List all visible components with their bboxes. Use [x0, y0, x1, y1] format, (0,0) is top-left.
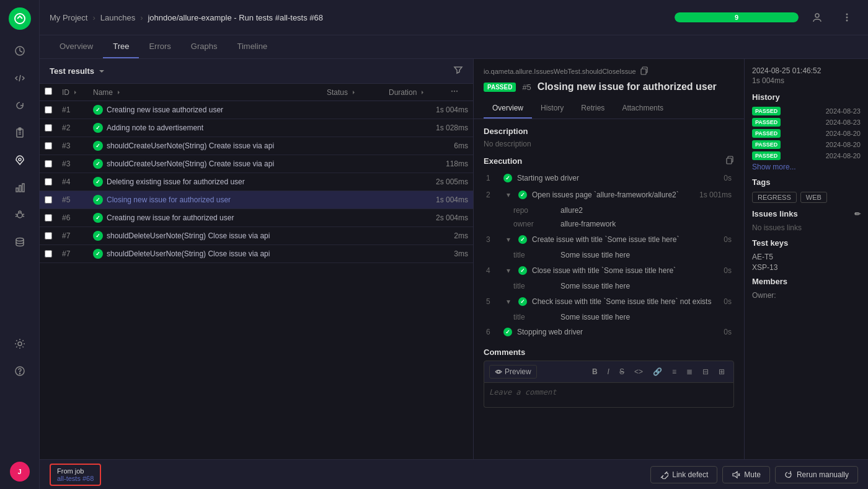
test-duration: 1s 028ms	[406, 123, 468, 132]
breadcrumb-project[interactable]: My Project	[50, 13, 87, 22]
format-strikethrough[interactable]: S	[616, 366, 628, 378]
preview-button[interactable]: Preview	[489, 365, 537, 379]
sidebar-icon-refresh[interactable]	[9, 94, 31, 117]
step-text: Close issue with title `Some issue title…	[532, 266, 719, 275]
step-expand-icon[interactable]: ▾	[503, 190, 513, 200]
comment-input[interactable]: Leave a comment	[484, 383, 734, 408]
sidebar-icon-bug[interactable]	[9, 204, 31, 226]
copy-execution-icon[interactable]	[725, 156, 734, 166]
detail-tab-attachments[interactable]: Attachments	[613, 99, 672, 119]
tab-errors[interactable]: Errors	[139, 35, 180, 58]
format-list-ul[interactable]: ≡	[668, 366, 680, 378]
format-table[interactable]: ⊞	[715, 366, 728, 378]
execution-title: Execution	[484, 156, 734, 166]
history-item: PASSED 2024-08-23	[752, 107, 861, 115]
detail-tab-overview[interactable]: Overview	[484, 99, 532, 119]
rerun-manually-button[interactable]: Rerun manually	[775, 466, 858, 483]
col-name[interactable]: Name	[93, 88, 327, 97]
table-row[interactable]: #5 Closing new issue for authorized user…	[40, 191, 473, 209]
user-avatar[interactable]: J	[10, 462, 30, 482]
format-italic[interactable]: I	[604, 366, 613, 378]
format-indent-less[interactable]: ⊟	[699, 366, 712, 378]
panel-title[interactable]: Test results	[50, 66, 105, 76]
svg-point-23	[846, 20, 848, 22]
sidebar-icon-chart[interactable]	[9, 176, 31, 199]
rerun-label: Rerun manually	[797, 470, 849, 479]
table-row[interactable]: #4 Deleting existing issue for authorize…	[40, 173, 473, 191]
more-menu-icon[interactable]	[836, 6, 858, 29]
history-label: History	[752, 92, 861, 102]
sidebar-icon-settings[interactable]	[9, 333, 31, 355]
step-number: 2	[486, 191, 498, 199]
param-val: Some issue title here	[560, 313, 630, 321]
breadcrumb-launches[interactable]: Launches	[100, 13, 135, 22]
col-more[interactable]	[451, 87, 468, 97]
tags-list: REGRESS WEB	[752, 192, 861, 203]
table-row[interactable]: #7 shouldDeleteUserNote(String) Close is…	[40, 245, 473, 263]
step-expand-icon[interactable]: ▾	[503, 266, 513, 276]
col-status[interactable]: Status	[327, 88, 389, 97]
user-icon[interactable]	[806, 6, 828, 29]
col-checkbox[interactable]	[45, 87, 62, 97]
format-code[interactable]: <>	[631, 366, 647, 378]
app-logo[interactable]	[9, 7, 31, 30]
bottom-bar: From job all-tests #68 Link defect Mute …	[40, 459, 868, 489]
tab-timeline[interactable]: Timeline	[227, 35, 277, 58]
mute-button[interactable]: Mute	[722, 466, 770, 483]
table-row[interactable]: #1 Creating new issue authorized user 1s…	[40, 101, 473, 119]
edit-issues-icon[interactable]: ✏	[854, 210, 861, 218]
table-row[interactable]: #2 Adding note to advertisement 1s 028ms	[40, 119, 473, 137]
test-id: #1	[62, 105, 93, 114]
test-id: #3	[62, 159, 93, 168]
sidebar-icon-clipboard[interactable]	[9, 122, 31, 144]
table-row[interactable]: #6 Creating new issue for authorized use…	[40, 209, 473, 227]
step-expand-icon[interactable]: ▾	[503, 235, 513, 244]
table-header: ID Name Status Duration	[40, 84, 473, 101]
detail-tab-history[interactable]: History	[532, 99, 572, 119]
col-id[interactable]: ID	[62, 88, 93, 97]
detail-tab-retries[interactable]: Retries	[572, 99, 613, 119]
test-id: #5	[62, 195, 93, 204]
job-from-label: From job	[57, 467, 94, 475]
sidebar-icon-rocket[interactable]	[9, 149, 31, 171]
show-more-button[interactable]: Show more...	[752, 163, 861, 171]
step-row: 3 ▾ Create issue with title `Some issue …	[484, 231, 734, 248]
sidebar-icon-help[interactable]	[9, 360, 31, 382]
test-list: #1 Creating new issue authorized user 1s…	[40, 101, 473, 459]
copy-icon[interactable]	[640, 66, 649, 76]
tab-graphs[interactable]: Graphs	[181, 35, 228, 58]
svg-rect-9	[19, 186, 21, 192]
col-duration[interactable]: Duration	[389, 88, 451, 97]
table-row[interactable]: #7 shouldDeleteUserNote(String) Close is…	[40, 227, 473, 245]
svg-point-22	[846, 17, 848, 19]
detail-tabs: Overview History Retries Attachments	[484, 99, 734, 119]
status-icon	[93, 249, 103, 259]
breadcrumb-sep-1: ›	[92, 13, 95, 22]
svg-rect-28	[727, 158, 732, 164]
tab-tree[interactable]: Tree	[103, 35, 139, 58]
step-expand-icon[interactable]: ▾	[503, 297, 513, 307]
test-name: Creating new issue for authorized user	[93, 213, 406, 223]
sidebar-icon-storage[interactable]	[9, 231, 31, 253]
format-link[interactable]: 🔗	[649, 366, 666, 378]
test-duration: 2s 005ms	[406, 177, 468, 186]
test-duration: 118ms	[406, 159, 468, 168]
step-group: 3 ▾ Create issue with title `Some issue …	[484, 231, 734, 262]
no-issues-text: No issues links	[752, 223, 861, 232]
table-row[interactable]: #3 shouldCreateUserNote(String) Create i…	[40, 155, 473, 173]
svg-point-25	[454, 91, 455, 92]
format-list-ol[interactable]: ≣	[683, 366, 696, 378]
tab-overview[interactable]: Overview	[50, 35, 103, 58]
detail-path: io.qameta.allure.IssuesWebTest.shouldClo…	[484, 66, 734, 76]
format-bold[interactable]: B	[588, 366, 601, 378]
job-link[interactable]: all-tests #68	[57, 475, 94, 482]
link-defect-button[interactable]: Link defect	[650, 466, 717, 483]
table-row[interactable]: #3 shouldCreateUserNote(String) Create i…	[40, 137, 473, 155]
sidebar-icon-dashboard[interactable]	[9, 40, 31, 62]
step-row: 4 ▾ Close issue with title `Some issue t…	[484, 262, 734, 279]
step-status-icon	[518, 297, 527, 306]
sidebar: J	[0, 0, 40, 489]
status-icon	[93, 105, 103, 115]
sidebar-icon-code[interactable]	[9, 67, 31, 89]
filter-icon[interactable]	[453, 65, 463, 77]
